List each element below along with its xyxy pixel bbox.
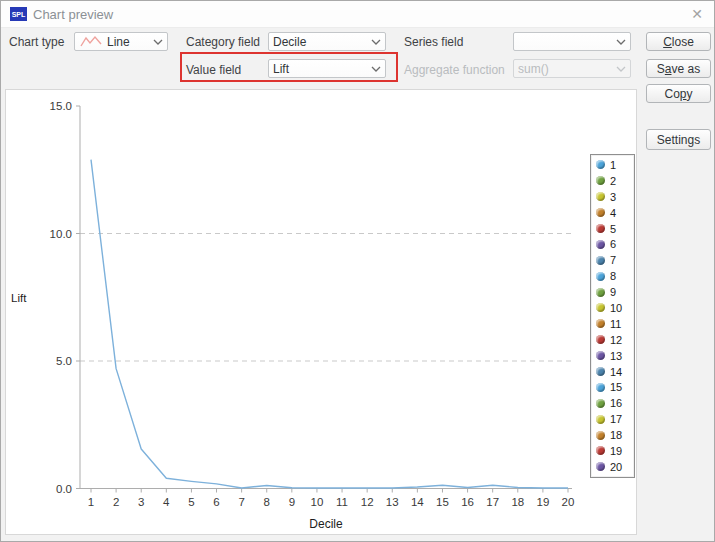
category-field-dropdown[interactable]: Decile [268, 32, 386, 51]
legend-item: 3 [591, 189, 634, 205]
chart-type-label: Chart type [9, 35, 64, 49]
legend-dot-icon [596, 399, 605, 408]
legend-dot-icon [596, 367, 605, 376]
x-axis-title: Decile [309, 517, 343, 531]
x-tick-label: 8 [264, 496, 270, 508]
y-tick-label: 0.0 [56, 483, 72, 495]
legend-label: 6 [610, 238, 616, 250]
x-tick-label: 7 [238, 496, 244, 508]
x-tick-label: 16 [461, 496, 474, 508]
legend-dot-icon [596, 462, 605, 471]
legend-dot-icon [596, 192, 605, 201]
x-tick-label: 6 [213, 496, 219, 508]
aggregate-function-label: Aggregate function [404, 63, 505, 77]
chevron-down-icon [616, 39, 626, 45]
save-as-button[interactable]: Save as [646, 59, 711, 78]
chart-type-dropdown[interactable]: Line [74, 32, 168, 51]
legend-item: 7 [591, 252, 634, 268]
x-tick-label: 10 [311, 496, 324, 508]
legend-item: 4 [591, 205, 634, 221]
aggregate-function-dropdown: sum() [513, 59, 631, 78]
title-bar: SPL Chart preview ✕ [1, 1, 714, 28]
legend-label: 3 [610, 191, 616, 203]
legend-label: 14 [610, 366, 622, 378]
x-tick-label: 1 [88, 496, 94, 508]
legend-label: 15 [610, 381, 622, 393]
lift-line-chart: 0.05.010.015.012345678910111213141516171… [6, 90, 636, 534]
x-tick-label: 11 [336, 496, 348, 508]
legend-dot-icon [596, 256, 605, 265]
legend-dot-icon [596, 303, 605, 312]
legend-item: 5 [591, 221, 634, 237]
value-field-dropdown[interactable]: Lift [268, 59, 386, 78]
x-tick-label: 18 [511, 496, 524, 508]
legend-item: 9 [591, 284, 634, 300]
legend-item: 13 [591, 348, 634, 364]
value-field-value: Lift [273, 62, 367, 76]
x-tick-label: 15 [436, 496, 449, 508]
x-tick-label: 9 [289, 496, 295, 508]
legend-dot-icon [596, 240, 605, 249]
lift-line [91, 160, 568, 488]
legend-label: 13 [610, 350, 622, 362]
close-icon[interactable]: ✕ [688, 5, 706, 23]
x-tick-label: 13 [386, 496, 399, 508]
legend-label: 5 [610, 223, 616, 235]
chevron-down-icon [153, 39, 163, 45]
legend-dot-icon [596, 208, 605, 217]
legend-dot-icon [596, 431, 605, 440]
x-tick-label: 14 [411, 496, 424, 508]
legend-label: 17 [610, 413, 622, 425]
line-chart-icon [79, 35, 103, 48]
legend-dot-icon [596, 224, 605, 233]
window-title: Chart preview [33, 7, 113, 22]
y-axis-title: Lift [11, 292, 27, 304]
legend-dot-icon [596, 160, 605, 169]
category-field-label: Category field [186, 35, 260, 49]
legend-item: 19 [591, 443, 634, 459]
legend-dot-icon [596, 288, 605, 297]
series-field-label: Series field [404, 35, 463, 49]
chevron-down-icon [616, 66, 626, 72]
series-field-dropdown[interactable] [513, 32, 631, 51]
value-field-label: Value field [186, 63, 241, 77]
x-tick-label: 5 [188, 496, 194, 508]
legend-label: 2 [610, 175, 616, 187]
category-field-value: Decile [273, 35, 367, 49]
y-tick-label: 15.0 [50, 100, 72, 112]
close-button[interactable]: Close [646, 32, 711, 51]
app-icon: SPL [10, 7, 27, 21]
chart-legend: 1234567891011121314151617181920 [590, 154, 635, 478]
x-tick-label: 3 [138, 496, 144, 508]
chevron-down-icon [371, 66, 381, 72]
legend-label: 11 [610, 318, 621, 330]
legend-item: 11 [591, 316, 634, 332]
legend-item: 20 [591, 459, 634, 475]
legend-label: 20 [610, 461, 622, 473]
settings-button[interactable]: Settings [646, 129, 711, 150]
y-tick-label: 5.0 [56, 355, 72, 367]
aggregate-function-value: sum() [518, 62, 612, 76]
copy-button[interactable]: Copy [646, 84, 711, 103]
x-tick-label: 20 [562, 496, 575, 508]
legend-dot-icon [596, 446, 605, 455]
legend-item: 12 [591, 332, 634, 348]
x-tick-label: 12 [361, 496, 374, 508]
chart-preview-dialog: SPL Chart preview ✕ Chart type Line Cate… [0, 0, 715, 542]
legend-item: 8 [591, 268, 634, 284]
legend-label: 10 [610, 302, 622, 314]
legend-dot-icon [596, 415, 605, 424]
legend-label: 7 [610, 254, 616, 266]
legend-dot-icon [596, 272, 605, 281]
legend-label: 8 [610, 270, 616, 282]
legend-dot-icon [596, 351, 605, 360]
x-tick-label: 17 [486, 496, 499, 508]
legend-item: 1 [591, 157, 634, 173]
legend-dot-icon [596, 319, 605, 328]
legend-label: 1 [610, 159, 616, 171]
legend-dot-icon [596, 176, 605, 185]
chart-panel: 0.05.010.015.012345678910111213141516171… [5, 89, 637, 535]
legend-item: 17 [591, 411, 634, 427]
y-tick-label: 10.0 [50, 228, 72, 240]
x-tick-label: 4 [163, 496, 170, 508]
